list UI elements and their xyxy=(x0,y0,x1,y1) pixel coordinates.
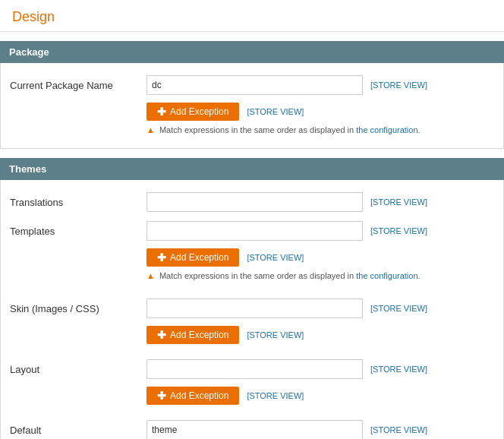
translations-row: Translations [STORE VIEW] xyxy=(1,188,503,216)
templates-store-view[interactable]: [STORE VIEW] xyxy=(370,226,427,235)
skin-exception-row: ✚ Add Exception [STORE VIEW] xyxy=(1,323,503,347)
templates-exception-inner: ✚ Add Exception [STORE VIEW] xyxy=(146,248,494,267)
skin-exception-store-view[interactable]: [STORE VIEW] xyxy=(247,330,304,340)
package-section-header: Package xyxy=(0,41,504,63)
templates-add-exception-label: Add Exception xyxy=(170,252,228,263)
themes-section-body: Translations [STORE VIEW] Templates [STO… xyxy=(0,180,504,439)
templates-label: Templates xyxy=(10,226,146,237)
package-match-note-link[interactable]: the configuration. xyxy=(356,125,420,134)
package-match-note-text: Match expressions in the same order as d… xyxy=(159,125,354,134)
skin-store-view[interactable]: [STORE VIEW] xyxy=(370,304,427,313)
skin-exception-inner: ✚ Add Exception [STORE VIEW] xyxy=(146,326,494,344)
default-label: Default xyxy=(10,425,146,436)
templates-plus-icon: ✚ xyxy=(157,252,166,263)
layout-input-wrapper xyxy=(146,359,363,379)
default-input-wrapper xyxy=(146,420,363,439)
page-header: Design xyxy=(0,0,504,32)
layout-add-exception-button[interactable]: ✚ Add Exception xyxy=(146,387,239,405)
templates-match-note-link[interactable]: the configuration. xyxy=(356,271,420,280)
package-plus-icon: ✚ xyxy=(157,106,166,117)
templates-add-exception-button[interactable]: ✚ Add Exception xyxy=(146,248,239,267)
current-package-store-view[interactable]: [STORE VIEW] xyxy=(370,81,427,90)
layout-row: Layout [STORE VIEW] xyxy=(1,355,503,384)
skin-add-exception-button[interactable]: ✚ Add Exception xyxy=(146,326,239,344)
default-row: Default [STORE VIEW] xyxy=(1,415,503,439)
package-match-note: ▲ Match expressions in the same order as… xyxy=(1,124,503,141)
package-exception-inner: ✚ Add Exception [STORE VIEW] xyxy=(146,103,494,121)
layout-exception-row: ✚ Add Exception [STORE VIEW] xyxy=(1,384,503,408)
page-wrapper: Design Package Current Package Name [STO… xyxy=(0,0,504,439)
translations-input[interactable] xyxy=(146,192,363,212)
templates-match-note-text: Match expressions in the same order as d… xyxy=(159,271,354,280)
templates-input-wrapper xyxy=(146,221,363,241)
default-store-view[interactable]: [STORE VIEW] xyxy=(370,425,427,434)
package-section-body: Current Package Name [STORE VIEW] ✚ Add … xyxy=(0,63,504,149)
templates-match-note: ▲ Match expressions in the same order as… xyxy=(1,270,503,286)
current-package-input[interactable] xyxy=(146,75,363,95)
package-exception-store-view[interactable]: [STORE VIEW] xyxy=(247,107,304,116)
skin-plus-icon: ✚ xyxy=(157,330,166,340)
default-input[interactable] xyxy=(146,420,363,439)
templates-exception-row: ✚ Add Exception [STORE VIEW] xyxy=(1,245,503,270)
skin-input[interactable] xyxy=(146,298,363,318)
layout-exception-inner: ✚ Add Exception [STORE VIEW] xyxy=(146,387,494,405)
current-package-input-wrapper xyxy=(146,75,363,95)
page-title: Design xyxy=(12,9,492,25)
skin-label: Skin (Images / CSS) xyxy=(10,303,146,314)
themes-section: Themes Translations [STORE VIEW] Templat… xyxy=(0,158,504,439)
translations-label: Translations xyxy=(10,197,146,208)
skin-input-wrapper xyxy=(146,298,363,318)
layout-exception-store-view[interactable]: [STORE VIEW] xyxy=(247,391,304,400)
templates-input[interactable] xyxy=(146,221,363,241)
layout-store-view[interactable]: [STORE VIEW] xyxy=(370,365,427,374)
skin-row: Skin (Images / CSS) [STORE VIEW] xyxy=(1,294,503,323)
current-package-label: Current Package Name xyxy=(10,80,146,91)
translations-store-view[interactable]: [STORE VIEW] xyxy=(370,197,427,207)
templates-triangle-icon: ▲ xyxy=(146,271,155,280)
package-exception-row: ✚ Add Exception [STORE VIEW] xyxy=(1,99,503,124)
layout-plus-icon: ✚ xyxy=(157,390,166,401)
layout-input[interactable] xyxy=(146,359,363,379)
templates-exception-store-view[interactable]: [STORE VIEW] xyxy=(247,253,304,262)
package-section: Package Current Package Name [STORE VIEW… xyxy=(0,41,504,149)
skin-add-exception-label: Add Exception xyxy=(170,330,228,340)
package-add-exception-button[interactable]: ✚ Add Exception xyxy=(146,103,239,121)
translations-input-wrapper xyxy=(146,192,363,212)
layout-label: Layout xyxy=(10,364,146,375)
current-package-row: Current Package Name [STORE VIEW] xyxy=(1,71,503,99)
layout-add-exception-label: Add Exception xyxy=(170,390,228,401)
themes-section-header: Themes xyxy=(0,158,504,180)
templates-row: Templates [STORE VIEW] xyxy=(1,216,503,245)
package-triangle-icon: ▲ xyxy=(146,125,155,134)
package-add-exception-label: Add Exception xyxy=(170,106,228,117)
